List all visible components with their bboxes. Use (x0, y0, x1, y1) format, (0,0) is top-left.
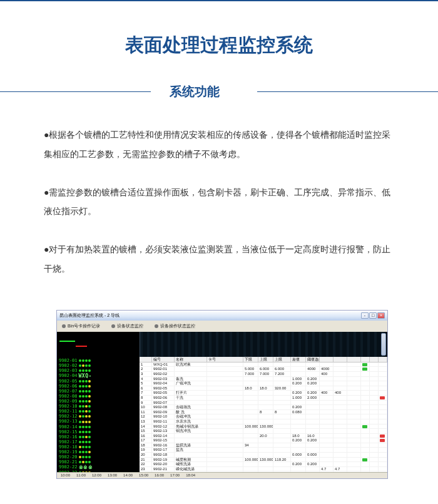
column-header[interactable]: 编号 (152, 357, 175, 362)
device-list-item[interactable]: 9902-04WXQ- (59, 373, 138, 379)
table-row[interactable]: 99902-07 (140, 401, 387, 406)
table-row[interactable]: 129902-10去磁冲洗 (140, 414, 387, 419)
table-cell (379, 381, 387, 386)
column-header[interactable]: 上限 (258, 357, 273, 362)
column-header[interactable] (320, 357, 334, 362)
table-cell: 8 (273, 410, 291, 414)
table-cell (347, 419, 361, 424)
table-row[interactable]: 109902-08去磁场洗0.200 (140, 405, 387, 410)
table-row[interactable]: 189902-16盐膜洗涤34 (140, 443, 387, 448)
table-row[interactable]: 89902-06干洗1.0002.000 (140, 396, 387, 401)
close-button[interactable]: × (377, 312, 385, 319)
table-row[interactable]: 199902-17盐洗 (140, 448, 387, 453)
table-cell (370, 453, 379, 457)
table-row[interactable]: 179902-150.2000.200 (140, 438, 387, 443)
device-list-item[interactable]: 9902-14 (59, 424, 138, 429)
table-row[interactable]: 219902-19碱度检测100.000130.000118.20 (140, 458, 387, 463)
table-row[interactable]: 239902-21磷化碱洗涤4.74.7 (140, 467, 387, 472)
table-row[interactable]: 169902-1420.018.016.0 (140, 434, 387, 439)
table-row[interactable]: 1WXQ-01吹洗对象 (140, 363, 387, 368)
table-row[interactable]: 159902-13铜洗冲洗 (140, 429, 387, 434)
table-row[interactable]: 59902-04广镜冲洗0.2000.200 (140, 381, 387, 386)
menu-item[interactable]: 设备操作状态监控 (155, 324, 195, 328)
table-row[interactable]: 119902-09酸 洗880.080 (140, 410, 387, 415)
table-cell (361, 419, 370, 424)
column-header[interactable]: 下限 (243, 357, 258, 362)
device-list-item[interactable]: 9902-05 (59, 379, 138, 384)
device-list-item[interactable]: 9902-08 (59, 394, 138, 399)
table-row[interactable]: 149902-12先碱冷铜洗涤100.000130.000 (140, 424, 387, 429)
table-row[interactable]: 139902-11水表水洗 (140, 419, 387, 424)
device-list-item[interactable]: 9902-07 (59, 389, 138, 394)
table-row[interactable]: 209902-180.0000.000 (140, 453, 387, 458)
device-list-item[interactable]: 9902-18 (59, 445, 138, 450)
device-list-item[interactable]: 9902-02 (59, 363, 138, 368)
device-list-item[interactable]: 9902-06 (59, 384, 138, 389)
table-cell: 5.000 (243, 367, 258, 371)
column-header[interactable]: 卡号 (207, 357, 243, 362)
column-header[interactable]: 阈值选择 (306, 357, 320, 362)
table-cell (347, 448, 361, 452)
table-cell (291, 386, 306, 391)
device-list-item[interactable]: 9902-20 (59, 455, 138, 460)
table-row[interactable]: 229902-20碱性洗涤0.2000.200 (140, 462, 387, 467)
device-list-item[interactable]: 9902-15 (59, 429, 138, 435)
table-cell (347, 410, 361, 414)
maximize-button[interactable]: □ (369, 312, 377, 319)
table-cell (258, 401, 273, 405)
column-header[interactable]: 名称 (175, 357, 207, 362)
table-cell (370, 434, 379, 438)
minimize-button[interactable]: - (361, 312, 369, 319)
device-list-item[interactable]: 9902-19 (59, 450, 138, 455)
table-cell: 4000 (306, 367, 320, 371)
table-row[interactable]: 29902-015.0006.0006.00040004000 (140, 367, 387, 372)
device-list-item[interactable]: 9902-16 (59, 435, 138, 440)
device-list-item[interactable]: 9902-09 (59, 399, 138, 404)
table-cell (306, 401, 320, 405)
device-list-item[interactable]: 9902-17 (59, 440, 138, 445)
table-cell (334, 410, 347, 414)
table-cell (334, 429, 347, 433)
device-list-item[interactable]: 9902-01 (59, 358, 138, 363)
table-cell (273, 448, 291, 452)
column-header[interactable] (347, 357, 361, 362)
device-list-item[interactable]: 9902-13 (59, 419, 138, 424)
column-header[interactable] (379, 357, 387, 362)
column-header[interactable] (140, 357, 152, 362)
table-cell: 100.000 (243, 458, 258, 462)
device-list-item[interactable]: 9902-22※※※ (59, 465, 138, 470)
table-cell (370, 405, 379, 409)
column-header[interactable]: 上限 (273, 357, 291, 362)
table-cell (361, 396, 370, 400)
table-cell: 0.000 (291, 453, 306, 457)
table-cell: 0.200 (291, 405, 306, 409)
table-cell (175, 401, 207, 405)
column-header[interactable] (361, 357, 370, 362)
table-cell (379, 419, 387, 424)
device-list-item[interactable]: 9902-11 (59, 409, 138, 414)
table-row[interactable]: 69902-0518.018.0320.00 (140, 386, 387, 391)
column-header[interactable]: 差值 (291, 357, 306, 362)
table-cell: 9902-18 (152, 453, 175, 457)
column-header[interactable] (334, 357, 347, 362)
table-cell (258, 419, 273, 424)
table-row[interactable]: 39902-027.0007.0007.200400 (140, 372, 387, 377)
device-list-item[interactable]: 9902-10 (59, 404, 138, 409)
device-list-item[interactable]: 9902-21 (59, 460, 138, 465)
table-cell (291, 372, 306, 376)
device-list-item[interactable]: 9902-03 (59, 368, 138, 373)
table-cell (258, 462, 273, 466)
device-list-item[interactable]: 9902-12 (59, 414, 138, 419)
table-cell (370, 438, 379, 443)
table-row[interactable]: 49902-03备洗1.0000.200 (140, 377, 387, 382)
table-cell (379, 377, 387, 381)
column-header[interactable] (370, 357, 379, 362)
table-cell: 铜洗冲洗 (175, 429, 207, 433)
menu-item[interactable]: 设备状态监控 (111, 324, 143, 328)
table-row[interactable]: 79902-05打开片0.2000.200400400 (140, 391, 387, 396)
menu-item[interactable]: Bin号卡操作记录 (62, 324, 100, 328)
table-cell (243, 405, 258, 409)
table-cell (258, 377, 273, 381)
table-cell (207, 363, 243, 367)
table-cell (347, 363, 361, 367)
